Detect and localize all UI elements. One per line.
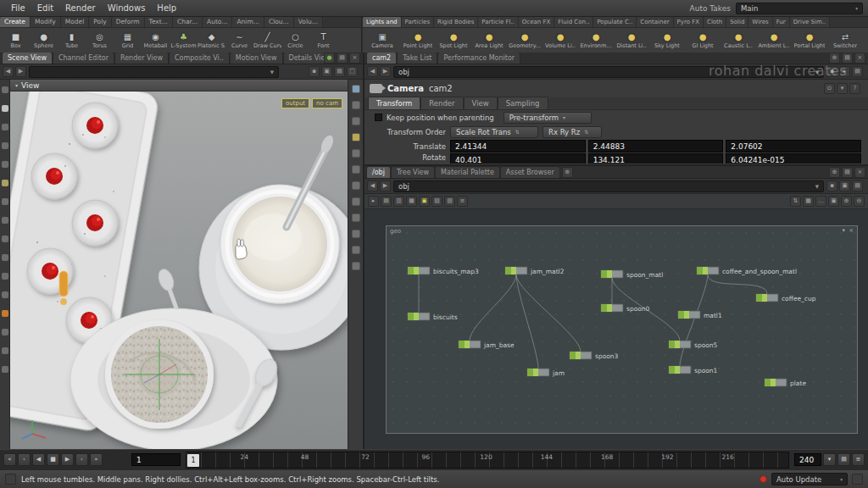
key-tool-icon[interactable] — [2, 291, 8, 298]
paint-tool-icon[interactable] — [2, 254, 8, 261]
shelf-tab-create[interactable]: Create — [0, 17, 31, 27]
menu-item[interactable]: File — [5, 2, 31, 14]
environment-light-tool[interactable]: ● Environm... — [578, 32, 614, 49]
thumbnail-mode-icon[interactable]: ▥ — [393, 196, 404, 207]
shelf-tab-solid[interactable]: Solid — [726, 17, 748, 27]
sculpt-tool-icon[interactable] — [2, 236, 8, 242]
end-frame-field[interactable]: 240 — [794, 453, 821, 466]
pane-menu-icon[interactable]: ▤ — [334, 66, 345, 77]
connector-icon[interactable]: ▸ — [368, 196, 379, 207]
new-tab-icon[interactable]: ⊕ — [829, 167, 840, 178]
shelf-tab-auto[interactable]: Auto... — [203, 17, 232, 27]
badges-icon[interactable]: ▦ — [406, 196, 417, 207]
range-limit-button[interactable]: ▤ — [837, 453, 850, 466]
rotate-order-dropdown[interactable]: Rx Ry Rz ⇅ — [542, 126, 602, 138]
camera-tool[interactable]: ▣ Camera — [364, 32, 400, 49]
switcher-tool[interactable]: ⇄ Switcher — [827, 32, 863, 49]
pin-icon[interactable]: ▪ — [309, 66, 320, 77]
display-flags-icon[interactable]: ▧ — [431, 196, 442, 207]
pane-tab-material-palette[interactable]: Material Palette — [435, 166, 500, 178]
jump-icon[interactable]: ▸ — [839, 66, 850, 77]
viewport-badge[interactable]: no cam — [312, 98, 342, 108]
torus-tool[interactable]: ◎ Torus — [86, 32, 114, 49]
gear-icon[interactable]: ⊙ — [824, 83, 835, 94]
pane-split-icon[interactable]: ▤ — [842, 167, 853, 178]
network-node-spoon0[interactable]: spoon0 — [601, 304, 650, 313]
shelf-tab-volu[interactable]: Volu... — [294, 17, 323, 27]
param-tab-sampling[interactable]: Sampling — [498, 97, 548, 109]
sort-icon[interactable]: ⇅ — [790, 196, 801, 207]
font-tool[interactable]: T Font — [309, 32, 337, 49]
shelf-tab-poly[interactable]: Poly — [89, 17, 111, 27]
grid-display-icon[interactable] — [352, 149, 360, 158]
pin-icon[interactable]: ▪ — [826, 180, 837, 191]
pane-tab-tree-view[interactable]: Tree View — [391, 166, 435, 178]
rotate-field[interactable]: 40.401 — [450, 153, 586, 164]
sky-light-tool[interactable]: ● Sky Light — [649, 32, 685, 49]
network-node-spoon5[interactable]: spoon5 — [669, 341, 718, 349]
network-node-jam_base[interactable]: jam_base — [459, 341, 515, 349]
forward-icon[interactable]: ▶ — [15, 66, 26, 77]
network-node-jam[interactable]: jam — [527, 369, 565, 377]
network-graph[interactable]: geo ▾ × biscuits_map3jam_matl2spoon_matl… — [386, 225, 858, 434]
platonic-tool[interactable]: ◆ Platonic S.. — [198, 32, 225, 49]
pin-icon[interactable]: ▪ — [826, 66, 837, 77]
grid-toggle-icon[interactable] — [2, 347, 8, 354]
camera-lock-icon[interactable] — [352, 165, 360, 174]
menu-item[interactable]: Help — [151, 2, 182, 14]
overview-icon[interactable]: ▦ — [803, 196, 814, 207]
curve-tool[interactable]: ∼ Curve — [225, 32, 253, 49]
more-icon[interactable]: … — [815, 196, 826, 207]
network-node-coffee_cup[interactable]: coffee_cup — [756, 294, 816, 302]
help-icon[interactable]: ? — [849, 83, 860, 94]
pane-menu-icon[interactable]: ▤ — [852, 180, 863, 191]
shelf-tab-particle-fl[interactable]: Particle Fl.. — [478, 17, 519, 27]
pose-tool-icon[interactable] — [2, 198, 8, 205]
menu-item[interactable]: Edit — [31, 2, 59, 14]
pane-menu-icon[interactable]: ▤ — [852, 66, 863, 77]
keep-position-checkbox[interactable] — [375, 114, 382, 121]
forward-icon[interactable]: ▶ — [380, 180, 391, 191]
draw-curve-tool[interactable]: ╱ Draw Curve — [253, 32, 281, 49]
menu-item[interactable]: Render — [59, 2, 102, 14]
pane-tab-motion-view[interactable]: Motion View — [230, 53, 283, 64]
pane-tab-cam2[interactable]: cam2 — [366, 53, 397, 64]
portal-light-tool[interactable]: ● Portal Light — [792, 32, 827, 49]
pane-close-icon[interactable]: × — [854, 53, 865, 64]
pane-tab-performance-monitor[interactable]: Performance Monitor — [437, 53, 520, 64]
display-options-icon[interactable] — [352, 85, 360, 93]
shelf-tab-wires[interactable]: Wires — [748, 17, 772, 27]
box-tool[interactable]: ■ Box — [2, 32, 30, 49]
error-indicator-icon[interactable] — [760, 475, 767, 483]
shelf-tab-pyro-fx[interactable]: Pyro FX — [674, 17, 704, 27]
link-indicator-icon[interactable]: ● — [324, 53, 335, 64]
pane-close-icon[interactable]: × — [854, 167, 865, 178]
shelf-tab-fluid-con[interactable]: Fluid Con.. — [554, 17, 593, 27]
color-palette-icon[interactable]: ▣ — [419, 196, 430, 207]
param-tab-transform[interactable]: Transform — [368, 97, 420, 109]
back-icon[interactable]: ◀ — [3, 66, 14, 77]
metaball-tool[interactable]: ◉ Metaball — [142, 32, 170, 49]
pane-tab-take-list[interactable]: Take List — [397, 53, 437, 64]
zoom-out-icon[interactable]: ⊖ — [854, 196, 865, 207]
shelf-tab-model[interactable]: Model — [61, 17, 90, 27]
snap-tool-icon[interactable] — [2, 273, 8, 280]
pane-tab-render-view[interactable]: Render View — [114, 53, 169, 64]
presets-icon[interactable]: ▾ — [837, 83, 848, 94]
scene-viewport[interactable]: output no cam — [10, 92, 348, 449]
forward-icon[interactable]: ▶ — [380, 66, 391, 77]
snapshot-icon[interactable] — [352, 181, 360, 190]
node-graph-canvas[interactable]: biscuits_map3jam_matl2spoon_matlcoffee_a… — [387, 226, 859, 435]
performance-icon[interactable] — [852, 474, 863, 485]
network-node-biscuits_map3[interactable]: biscuits_map3 — [408, 267, 479, 275]
network-node-matl1[interactable]: matl1 — [678, 311, 722, 319]
shelf-tab-text[interactable]: Text... — [145, 17, 173, 27]
render-region-icon[interactable] — [2, 310, 8, 317]
grid-tool[interactable]: ▦ Grid — [114, 32, 142, 49]
play-button[interactable]: ▶ — [61, 453, 74, 466]
pane-tab-asset-browser[interactable]: Asset Browser — [500, 166, 560, 178]
circle-tool[interactable]: ○ Circle — [281, 32, 309, 49]
select-tool-icon[interactable] — [2, 105, 8, 112]
menu-item[interactable]: Windows — [102, 2, 152, 14]
float-pane-icon[interactable]: ▣ — [839, 180, 850, 191]
